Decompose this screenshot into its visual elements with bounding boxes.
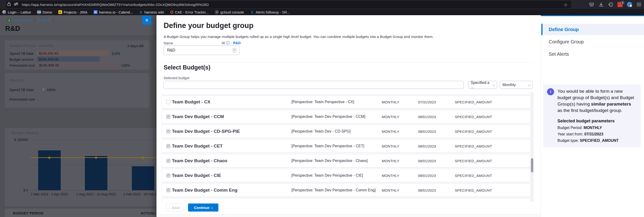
budget-checkbox[interactable] <box>166 114 170 119</box>
budget-checkbox[interactable] <box>166 144 170 148</box>
budget-type: SPECIFIED_AMOUNT <box>455 159 492 163</box>
modal-description: A Budget Group helps you manage multiple… <box>164 35 434 39</box>
budget-list: Team Budget - CX [Perspective: Team Pers… <box>162 92 530 202</box>
menu-icon[interactable] <box>636 2 642 7</box>
step-configure-group[interactable]: Configure Group <box>541 36 644 48</box>
url-text[interactable]: https://app.harness.io/ng/account/wFHXHD… <box>22 2 209 7</box>
budget-checkbox[interactable] <box>166 188 170 192</box>
lock-icon[interactable] <box>7 2 11 7</box>
alerts-title: Alerts at <box>10 78 25 82</box>
param-budget-type: Budget type: SPECIFIED_AMOUNT <box>558 138 637 143</box>
budget-history-chart: $ 160000 $ 0 1 Mar 2023 - 1 Apr 2023 1 A… <box>31 140 161 190</box>
period-dropdown[interactable]: Monthly <box>500 81 532 89</box>
budget-line-dot <box>48 156 50 159</box>
info-icon[interactable]: i <box>226 41 230 45</box>
budget-name: Team Dev Budget - Chaos <box>172 158 228 164</box>
budget-row-chaos[interactable]: Team Dev Budget - Chaos [Perspective: Te… <box>162 154 530 168</box>
budget-checkbox[interactable] <box>166 159 170 163</box>
xlabel: 1 Feb 2023 - 28 Feb 2023 <box>114 192 161 196</box>
budget-checkbox[interactable] <box>166 129 170 134</box>
back-button[interactable]: ‹ Back <box>166 204 183 212</box>
chevron-down-icon <box>528 83 531 86</box>
page-title: R&D <box>5 25 20 32</box>
scrollbar-thumb[interactable] <box>531 158 533 172</box>
budget-perspective: [Perspective: Team Dev Perspective - CIE… <box>292 173 363 178</box>
budget-start-date: 07/31/2023 <box>418 100 436 104</box>
screen: https://app.harness.io/ng/account/wFHXHD… <box>0 0 644 217</box>
sentry-icon <box>170 11 173 14</box>
budget-period: MONTHLY <box>382 144 399 148</box>
budget-start-date: 08/01/2023 <box>418 188 436 192</box>
modal-title: Define your budget group <box>164 21 254 30</box>
budget-perspective: [Perspective: Team Dev Perspective - Cha… <box>292 159 368 163</box>
bookmark-gcloud[interactable]: ⊕gcloud console <box>215 10 244 14</box>
info-bubble-icon: i <box>547 88 554 95</box>
budget-type: SPECIFIED_AMOUNT <box>455 130 492 134</box>
name-input[interactable] <box>164 46 240 55</box>
budget-period: MONTHLY <box>382 130 399 134</box>
password-manager-icon[interactable]: ... 1 <box>618 2 623 7</box>
bookmark-harness-wiki[interactable]: Xharness wiki <box>139 10 164 14</box>
budget-checkbox[interactable] <box>166 173 170 178</box>
budget-type: SPECIFIED_AMOUNT <box>455 188 492 192</box>
budget-row-comm-eng[interactable]: Team Dev Budget - Comm Eng [Perspective:… <box>162 184 530 197</box>
background-page-dimmed: $ Cloud Costs > Budgets > R&D Budget Per… <box>0 15 161 217</box>
budget-perspective: [Perspective: Team Perspective - CX] <box>292 100 354 104</box>
selected-budget-label: Selected budget <box>164 76 189 80</box>
browser-toolbar: https://app.harness.io/ng/account/wFHXHD… <box>0 0 644 9</box>
extension-icon[interactable] <box>608 2 613 7</box>
budget-type: SPECIFIED_AMOUNT <box>455 115 492 119</box>
edit-id-icon[interactable] <box>233 48 236 52</box>
close-button[interactable]: ✕ <box>142 16 151 25</box>
budget-line-dot <box>95 156 97 159</box>
id-value: R&D <box>233 41 241 45</box>
budget-row-cie[interactable]: Team Dev Budget - CIE [Perspective: Team… <box>162 169 530 182</box>
budget-row-cet[interactable]: Team Dev Budget - CET [Perspective: Team… <box>162 140 530 153</box>
bookmark-jira[interactable]: ♟Projects - JIRA <box>58 10 88 14</box>
continue-button[interactable]: Continue › <box>188 204 218 212</box>
breadcrumb-cloud-costs[interactable]: Cloud Costs <box>13 18 32 22</box>
close-icon: ✕ <box>145 18 149 23</box>
panel-accent-line <box>541 15 644 16</box>
budget-row-cx[interactable]: Team Budget - CX [Perspective: Team Pers… <box>162 95 530 108</box>
breadcrumb-budgets[interactable]: Budgets <box>38 18 50 22</box>
pocket-icon[interactable] <box>589 2 594 7</box>
download-icon[interactable] <box>598 2 604 7</box>
cloud-costs-icon: $ <box>7 18 11 22</box>
budget-type-dropdown[interactable]: Specified a ... <box>468 81 497 89</box>
budget-type: SPECIFIED_AMOUNT <box>455 174 492 178</box>
bookmark-lattice[interactable]: Login – Lattice <box>2 10 31 14</box>
budget-checkbox[interactable] <box>166 100 170 104</box>
selected-budget-input[interactable] <box>164 81 464 89</box>
budget-type: SPECIFIED_AMOUNT <box>455 144 492 148</box>
info-paragraph: You would be able to form a new budget g… <box>558 88 637 114</box>
step-set-alerts[interactable]: Set Alerts <box>541 48 644 60</box>
bookmark-calendar[interactable]: 31harness.io - Calend... <box>94 10 133 14</box>
partial-row-bottom <box>162 198 530 202</box>
profile-extension-icon[interactable] <box>627 2 632 7</box>
budget-start-date: 08/01/2023 <box>418 144 436 148</box>
bookmark-domo[interactable]: DOMODomo <box>37 10 52 14</box>
bookmarks-bar: Login – Lattice DOMODomo ♟Projects - JIR… <box>0 9 644 15</box>
budget-period-title: Budget Period - monthly <box>10 44 54 48</box>
param-year-start: Year start from: 07/31/2023 <box>558 132 637 136</box>
step-define-group[interactable]: Define Group <box>541 24 644 35</box>
confluence-icon: X <box>250 10 254 14</box>
budget-line-dot <box>142 156 144 159</box>
history-bar <box>132 166 154 190</box>
budget-row-cd-spg-pie[interactable]: Team Dev Budget - CD-SPG-PIE [Perspectiv… <box>162 125 530 138</box>
budget-row-ccm[interactable]: Team Dev Budget - CCM [Perspective: Team… <box>162 110 530 123</box>
budget-name: Team Dev Budget - CET <box>172 144 223 149</box>
budget-name: Team Dev Budget - CCM <box>172 114 224 119</box>
budget-name: Team Dev Budget - CIE <box>172 173 221 178</box>
budget-perspective: [Perspective: Team Dev Perspective - CET… <box>292 144 364 148</box>
bookmark-cae[interactable]: CAE - Error Trackin... <box>170 10 209 14</box>
permissions-sliders-icon[interactable] <box>14 2 18 7</box>
domo-icon: DOMO <box>37 10 41 14</box>
bookmark-star-icon[interactable]: ☆ <box>564 2 568 8</box>
spend-bar: $118,152.42 <box>37 50 108 56</box>
url-bar[interactable]: https://app.harness.io/ng/account/wFHXHD… <box>6 1 571 8</box>
bookmark-alerts-followup[interactable]: XAlerts followup - SR... <box>250 10 290 14</box>
list-scrollbar[interactable] <box>531 92 534 202</box>
name-label: Name <box>164 41 173 45</box>
